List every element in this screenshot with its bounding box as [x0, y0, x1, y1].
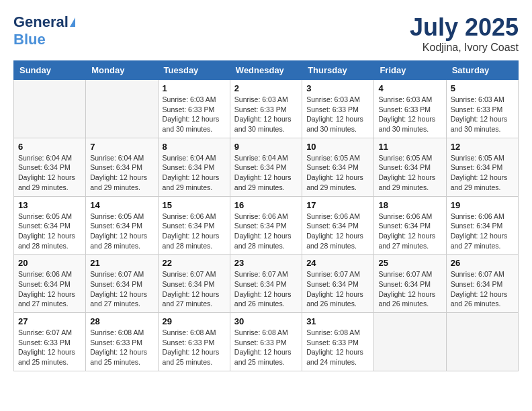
day-number: 1	[163, 83, 226, 93]
calendar-day-cell: 10Sunrise: 6:05 AM Sunset: 6:34 PM Dayli…	[302, 138, 374, 196]
calendar-day-cell: 12Sunrise: 6:05 AM Sunset: 6:34 PM Dayli…	[446, 138, 518, 196]
day-number: 3	[306, 83, 369, 93]
calendar-day-cell: 26Sunrise: 6:07 AM Sunset: 6:34 PM Dayli…	[446, 255, 518, 313]
day-info: Sunrise: 6:07 AM Sunset: 6:33 PM Dayligh…	[18, 328, 81, 367]
day-info: Sunrise: 6:07 AM Sunset: 6:34 PM Dayligh…	[378, 269, 441, 309]
calendar-day-cell: 11Sunrise: 6:05 AM Sunset: 6:34 PM Dayli…	[374, 138, 446, 196]
calendar-day-cell: 29Sunrise: 6:08 AM Sunset: 6:33 PM Dayli…	[158, 313, 230, 371]
day-number: 20	[18, 258, 81, 268]
day-info: Sunrise: 6:03 AM Sunset: 6:33 PM Dayligh…	[306, 95, 369, 134]
calendar-day-cell: 14Sunrise: 6:05 AM Sunset: 6:34 PM Dayli…	[86, 196, 158, 255]
calendar-day-cell: 19Sunrise: 6:06 AM Sunset: 6:34 PM Dayli…	[446, 196, 518, 255]
calendar-day-cell: 27Sunrise: 6:07 AM Sunset: 6:33 PM Dayli…	[14, 313, 86, 371]
calendar-day-cell: 30Sunrise: 6:08 AM Sunset: 6:33 PM Dayli…	[230, 313, 302, 371]
day-number: 30	[234, 316, 298, 326]
weekday-header-cell: Sunday	[14, 61, 86, 80]
day-info: Sunrise: 6:05 AM Sunset: 6:34 PM Dayligh…	[18, 212, 81, 251]
calendar-day-cell: 6Sunrise: 6:04 AM Sunset: 6:34 PM Daylig…	[14, 138, 86, 196]
day-number: 22	[163, 258, 226, 268]
calendar-day-cell: 25Sunrise: 6:07 AM Sunset: 6:34 PM Dayli…	[374, 255, 446, 313]
calendar-week-row: 27Sunrise: 6:07 AM Sunset: 6:33 PM Dayli…	[14, 313, 519, 371]
calendar-week-row: 13Sunrise: 6:05 AM Sunset: 6:34 PM Dayli…	[14, 196, 519, 255]
calendar-day-cell: 21Sunrise: 6:07 AM Sunset: 6:34 PM Dayli…	[86, 255, 158, 313]
calendar-day-cell	[14, 80, 86, 138]
day-number: 21	[90, 258, 153, 268]
day-number: 8	[163, 142, 226, 152]
calendar-day-cell	[374, 313, 446, 371]
day-number: 10	[306, 142, 369, 152]
calendar-day-cell: 2Sunrise: 6:03 AM Sunset: 6:33 PM Daylig…	[230, 80, 302, 138]
day-info: Sunrise: 6:05 AM Sunset: 6:34 PM Dayligh…	[378, 153, 441, 193]
calendar-week-row: 1Sunrise: 6:03 AM Sunset: 6:33 PM Daylig…	[14, 80, 519, 138]
day-info: Sunrise: 6:05 AM Sunset: 6:34 PM Dayligh…	[90, 212, 153, 251]
weekday-header-row: SundayMondayTuesdayWednesdayThursdayFrid…	[14, 61, 519, 80]
calendar-week-row: 20Sunrise: 6:06 AM Sunset: 6:34 PM Dayli…	[14, 255, 519, 313]
day-number: 12	[451, 142, 514, 152]
day-info: Sunrise: 6:04 AM Sunset: 6:34 PM Dayligh…	[163, 153, 226, 193]
day-info: Sunrise: 6:06 AM Sunset: 6:34 PM Dayligh…	[306, 212, 369, 251]
weekday-header-cell: Thursday	[302, 61, 374, 80]
day-number: 17	[306, 200, 369, 210]
header: General Blue July 2025 Kodjina, Ivory Co…	[13, 13, 519, 54]
logo-general: General	[13, 13, 69, 31]
calendar-day-cell: 5Sunrise: 6:03 AM Sunset: 6:33 PM Daylig…	[446, 80, 518, 138]
day-number: 2	[234, 83, 298, 93]
calendar-body: 1Sunrise: 6:03 AM Sunset: 6:33 PM Daylig…	[14, 80, 519, 371]
calendar-day-cell: 15Sunrise: 6:06 AM Sunset: 6:34 PM Dayli…	[158, 196, 230, 255]
day-info: Sunrise: 6:03 AM Sunset: 6:33 PM Dayligh…	[163, 95, 226, 134]
day-number: 18	[378, 200, 441, 210]
day-number: 5	[451, 83, 514, 93]
calendar-day-cell: 4Sunrise: 6:03 AM Sunset: 6:33 PM Daylig…	[374, 80, 446, 138]
day-info: Sunrise: 6:06 AM Sunset: 6:34 PM Dayligh…	[18, 269, 81, 309]
day-info: Sunrise: 6:04 AM Sunset: 6:34 PM Dayligh…	[18, 153, 81, 193]
day-info: Sunrise: 6:03 AM Sunset: 6:33 PM Dayligh…	[451, 95, 514, 134]
calendar-day-cell: 17Sunrise: 6:06 AM Sunset: 6:34 PM Dayli…	[302, 196, 374, 255]
day-info: Sunrise: 6:06 AM Sunset: 6:34 PM Dayligh…	[163, 212, 226, 251]
day-info: Sunrise: 6:04 AM Sunset: 6:34 PM Dayligh…	[234, 153, 298, 193]
day-number: 11	[378, 142, 441, 152]
day-info: Sunrise: 6:03 AM Sunset: 6:33 PM Dayligh…	[234, 95, 298, 134]
calendar-day-cell	[446, 313, 518, 371]
day-info: Sunrise: 6:06 AM Sunset: 6:34 PM Dayligh…	[378, 212, 441, 251]
day-info: Sunrise: 6:07 AM Sunset: 6:34 PM Dayligh…	[234, 269, 298, 309]
calendar-day-cell: 13Sunrise: 6:05 AM Sunset: 6:34 PM Dayli…	[14, 196, 86, 255]
month-title: July 2025	[410, 13, 519, 42]
day-number: 29	[163, 316, 226, 326]
day-number: 13	[18, 200, 81, 210]
calendar-day-cell: 3Sunrise: 6:03 AM Sunset: 6:33 PM Daylig…	[302, 80, 374, 138]
calendar-day-cell	[86, 80, 158, 138]
day-number: 26	[451, 258, 514, 268]
day-info: Sunrise: 6:04 AM Sunset: 6:34 PM Dayligh…	[90, 153, 153, 193]
weekday-header-cell: Monday	[86, 61, 158, 80]
day-number: 24	[306, 258, 369, 268]
day-info: Sunrise: 6:06 AM Sunset: 6:34 PM Dayligh…	[451, 212, 514, 251]
day-number: 15	[163, 200, 226, 210]
day-info: Sunrise: 6:07 AM Sunset: 6:34 PM Dayligh…	[163, 269, 226, 309]
location: Kodjina, Ivory Coast	[410, 42, 519, 54]
day-info: Sunrise: 6:08 AM Sunset: 6:33 PM Dayligh…	[90, 328, 153, 367]
calendar-day-cell: 1Sunrise: 6:03 AM Sunset: 6:33 PM Daylig…	[158, 80, 230, 138]
calendar-day-cell: 22Sunrise: 6:07 AM Sunset: 6:34 PM Dayli…	[158, 255, 230, 313]
logo: General Blue	[13, 13, 75, 48]
day-number: 25	[378, 258, 441, 268]
weekday-header-cell: Tuesday	[158, 61, 230, 80]
calendar-week-row: 6Sunrise: 6:04 AM Sunset: 6:34 PM Daylig…	[14, 138, 519, 196]
logo-blue: Blue	[13, 31, 46, 48]
calendar-day-cell: 7Sunrise: 6:04 AM Sunset: 6:34 PM Daylig…	[86, 138, 158, 196]
day-info: Sunrise: 6:08 AM Sunset: 6:33 PM Dayligh…	[163, 328, 226, 367]
day-number: 31	[306, 316, 369, 326]
weekday-header-cell: Saturday	[446, 61, 518, 80]
day-number: 19	[451, 200, 514, 210]
day-info: Sunrise: 6:03 AM Sunset: 6:33 PM Dayligh…	[378, 95, 441, 134]
title-area: July 2025 Kodjina, Ivory Coast	[410, 13, 519, 54]
day-number: 28	[90, 316, 153, 326]
day-number: 23	[234, 258, 298, 268]
day-number: 27	[18, 316, 81, 326]
day-info: Sunrise: 6:07 AM Sunset: 6:34 PM Dayligh…	[451, 269, 514, 309]
logo-triangle-icon	[70, 17, 75, 27]
calendar-day-cell: 31Sunrise: 6:08 AM Sunset: 6:33 PM Dayli…	[302, 313, 374, 371]
day-number: 4	[378, 83, 441, 93]
calendar: SundayMondayTuesdayWednesdayThursdayFrid…	[13, 60, 519, 371]
calendar-day-cell: 20Sunrise: 6:06 AM Sunset: 6:34 PM Dayli…	[14, 255, 86, 313]
calendar-day-cell: 9Sunrise: 6:04 AM Sunset: 6:34 PM Daylig…	[230, 138, 302, 196]
